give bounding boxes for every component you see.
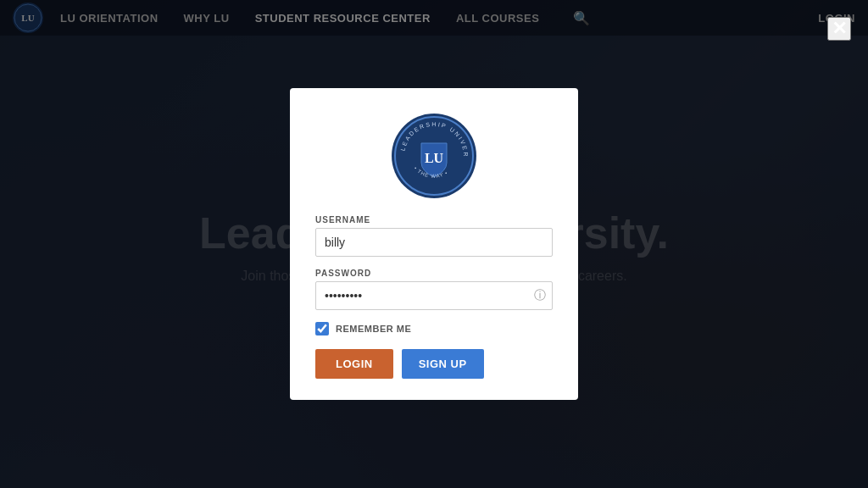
- login-modal: LU LEADERSHIP UNIVERSITY • THE WAY • USE…: [290, 88, 578, 400]
- modal-overlay: ✕ LU LEADERSHIP UNIVERSITY • THE WAY •: [0, 0, 868, 488]
- remember-row: REMEMBER ME: [315, 322, 553, 336]
- modal-logo: LU LEADERSHIP UNIVERSITY • THE WAY •: [392, 114, 476, 198]
- password-group: PASSWORD ⓘ: [315, 269, 553, 310]
- password-toggle-icon[interactable]: ⓘ: [534, 288, 546, 303]
- remember-checkbox[interactable]: [315, 322, 329, 336]
- password-input[interactable]: [315, 281, 553, 310]
- password-label: PASSWORD: [315, 269, 553, 278]
- password-wrapper: ⓘ: [315, 281, 553, 310]
- close-button[interactable]: ✕: [827, 17, 851, 41]
- signup-button[interactable]: SIGN UP: [402, 349, 484, 379]
- username-group: USERNAME: [315, 215, 553, 257]
- remember-label: REMEMBER ME: [336, 324, 411, 334]
- username-label: USERNAME: [315, 215, 553, 225]
- username-input[interactable]: [315, 228, 553, 257]
- form-buttons: LOGIN SIGN UP: [315, 349, 553, 379]
- svg-text:LU: LU: [425, 151, 444, 165]
- login-button[interactable]: LOGIN: [315, 349, 393, 379]
